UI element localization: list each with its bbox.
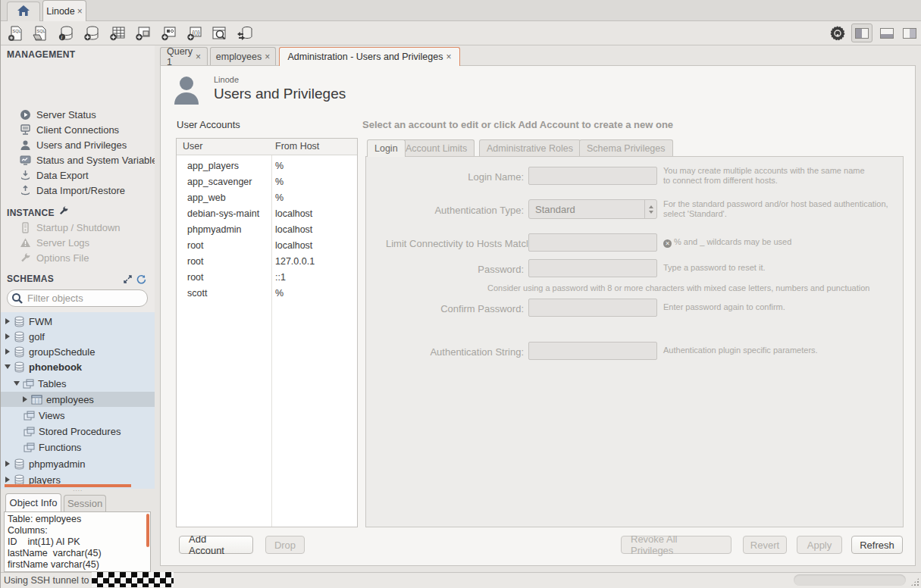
expander-icon[interactable] xyxy=(13,381,20,386)
splitter-handle[interactable]: ∙∙∙∙ xyxy=(73,489,83,492)
login-name-input[interactable] xyxy=(528,167,657,185)
home-tab[interactable] xyxy=(7,2,40,21)
table-row[interactable]: app_players% xyxy=(177,158,357,174)
expander-icon[interactable] xyxy=(4,461,11,467)
table-row[interactable]: debian-sys-maintlocalhost xyxy=(177,206,357,222)
expand-schemas-icon[interactable] xyxy=(123,274,133,286)
wrench-icon xyxy=(19,252,31,264)
close-icon[interactable]: × xyxy=(196,52,201,62)
create-function-icon[interactable]: {()} xyxy=(184,23,205,43)
main-toolbar: SQL SQL i {()} xyxy=(1,21,921,45)
sidebar-item-data-import[interactable]: Data Import/Restore xyxy=(1,183,155,198)
sidebar-item-users-and-privileges[interactable]: Users and Privileges xyxy=(1,137,155,152)
user-avatar-icon xyxy=(173,74,200,107)
create-procedure-icon[interactable] xyxy=(158,23,180,43)
create-schema-icon[interactable] xyxy=(81,23,102,43)
toggle-secondary-sidebar-button[interactable] xyxy=(899,23,920,42)
table-row[interactable]: app_web% xyxy=(177,190,357,206)
close-icon[interactable]: × xyxy=(77,6,83,17)
sidebar-splitter-highlight[interactable] xyxy=(5,484,131,487)
tab-object-info[interactable]: Object Info xyxy=(5,493,61,511)
window-tab-bar: Linode × xyxy=(1,0,921,21)
revert-button[interactable]: Revert xyxy=(743,536,787,554)
spinner-arrows-icon[interactable] xyxy=(644,200,656,218)
table-header: User From Host xyxy=(177,139,357,155)
toggle-output-area-button[interactable] xyxy=(876,23,898,42)
add-account-button[interactable]: Add Account xyxy=(179,536,253,554)
tab-login[interactable]: Login xyxy=(367,139,406,157)
wildcard-icon: ✕ xyxy=(663,239,672,248)
schema-group-tables[interactable]: Tables xyxy=(1,376,155,391)
table-row[interactable]: root127.0.0.1 xyxy=(177,254,357,270)
tab-employees[interactable]: employees × xyxy=(210,47,276,65)
drop-button[interactable]: Drop xyxy=(265,536,305,554)
table-row[interactable]: phpmyadminlocalhost xyxy=(177,222,357,238)
table-row[interactable]: root::1 xyxy=(177,270,357,286)
expander-icon[interactable] xyxy=(4,333,11,339)
tab-query-1[interactable]: Query 1 × xyxy=(160,47,208,65)
scrollbar-thumb[interactable] xyxy=(146,514,149,547)
sidebar-item-server-status[interactable]: Server Status xyxy=(1,107,155,122)
schema-item-phpmyadmin[interactable]: phpmyadmin xyxy=(1,456,155,471)
schema-item-golf[interactable]: golf xyxy=(1,329,155,344)
expander-icon[interactable] xyxy=(4,349,11,355)
new-sql-tab-icon[interactable]: SQL xyxy=(5,23,27,43)
tab-administrative-roles[interactable]: Administrative Roles xyxy=(479,139,581,157)
sidebar-item-client-connections[interactable]: Client Connections xyxy=(1,122,155,137)
tab-account-limits[interactable]: Account Limits xyxy=(398,139,475,157)
auth-string-input[interactable] xyxy=(528,342,657,360)
connection-tab[interactable]: Linode × xyxy=(42,0,86,21)
tab-administration-users-privileges[interactable]: Administration - Users and Privileges × xyxy=(279,47,460,66)
revoke-all-privileges-button[interactable]: Revoke All Privileges xyxy=(621,536,731,554)
schema-filter-box xyxy=(7,289,148,307)
schema-filter-input[interactable] xyxy=(27,291,143,305)
tab-session[interactable]: Session xyxy=(64,495,106,511)
schema-item-fwm[interactable]: FWM xyxy=(1,314,155,329)
reconnect-dbms-icon[interactable] xyxy=(234,23,255,43)
sidebar-item-status-system-variables[interactable]: Status and System Variables xyxy=(1,152,155,167)
close-icon[interactable]: × xyxy=(446,52,451,62)
status-progress-pill xyxy=(794,574,906,586)
auth-type-hint: For the standard password and/or host ba… xyxy=(663,199,888,219)
close-icon[interactable]: × xyxy=(265,52,270,62)
sidebar-item-server-logs[interactable]: Server Logs xyxy=(1,235,155,250)
expander-icon[interactable] xyxy=(4,477,11,483)
expander-icon[interactable] xyxy=(4,318,11,324)
server-box-icon xyxy=(19,221,31,233)
auth-type-select[interactable]: Standard xyxy=(528,199,657,219)
schema-item-groupschedule[interactable]: groupSchedule xyxy=(1,344,155,359)
confirm-password-input[interactable] xyxy=(528,299,657,317)
resize-grip[interactable] xyxy=(910,577,919,586)
schema-group-functions[interactable]: Functions xyxy=(1,439,155,455)
refresh-button[interactable]: Refresh xyxy=(851,536,903,554)
sidebar-item-startup-shutdown[interactable]: Startup / Shutdown xyxy=(1,220,155,235)
refresh-schemas-icon[interactable] xyxy=(136,274,146,286)
schema-item-employees[interactable]: employees xyxy=(1,392,155,407)
expander-icon[interactable] xyxy=(21,396,29,402)
col-header-from-host[interactable]: From Host xyxy=(275,141,319,152)
object-info-panel: Table: employees Columns: ID int(11) AI … xyxy=(4,511,151,572)
sidebar-item-data-export[interactable]: Data Export xyxy=(1,167,155,183)
table-row[interactable]: scott% xyxy=(177,286,357,302)
sidebar-item-options-file[interactable]: Options File xyxy=(1,250,155,265)
table-row[interactable]: rootlocalhost xyxy=(177,238,357,254)
expander-icon[interactable] xyxy=(4,364,11,369)
inspect-schema-icon[interactable]: i xyxy=(55,23,77,43)
login-form-panel: Login Name: You may create multiple acco… xyxy=(365,156,904,527)
search-table-data-icon[interactable] xyxy=(208,23,230,43)
toggle-sidebar-button[interactable] xyxy=(851,23,872,42)
apply-button[interactable]: Apply xyxy=(797,536,842,554)
object-info-line: firstName varchar(45) xyxy=(5,559,150,571)
open-sql-script-icon[interactable]: SQL xyxy=(30,23,51,43)
schema-group-views[interactable]: Views xyxy=(1,408,155,423)
table-row[interactable]: app_scavenger% xyxy=(177,174,357,190)
col-header-user[interactable]: User xyxy=(183,141,202,152)
password-input[interactable] xyxy=(528,259,657,277)
functions-group-icon xyxy=(23,443,35,452)
schema-group-stored-procedures[interactable]: Stored Procedures xyxy=(1,424,155,439)
limit-hosts-input[interactable] xyxy=(528,233,657,252)
tab-schema-privileges[interactable]: Schema Privileges xyxy=(579,139,673,157)
create-view-icon[interactable] xyxy=(133,23,154,43)
schema-item-phonebook[interactable]: phonebook xyxy=(1,359,155,374)
create-table-icon[interactable] xyxy=(107,23,128,43)
